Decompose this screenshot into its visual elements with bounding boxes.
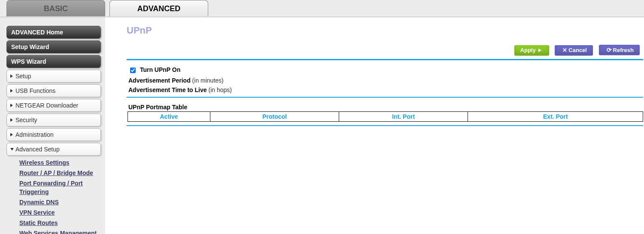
refresh-button[interactable]: ⟳ Refresh <box>599 45 640 55</box>
subitem-static-routes[interactable]: Static Routes <box>9 218 105 228</box>
sidebar-node-advanced-setup[interactable]: Advanced Setup <box>6 143 101 156</box>
th-active: Active <box>128 111 210 121</box>
adv-period-row: Advertisement Period (in minutes) <box>128 77 644 84</box>
sidebar-wps-wizard[interactable]: WPS Wizard <box>6 55 101 68</box>
table-header-row: Active Protocol Int. Port Ext. Port <box>128 111 643 121</box>
adv-ttl-label: Advertisement Time to Live <box>128 86 207 93</box>
th-intport: Int. Port <box>339 111 468 121</box>
sidebar-node-downloader[interactable]: NETGEAR Downloader <box>6 99 101 112</box>
apply-label: Apply <box>520 47 536 53</box>
subitem-wireless-settings[interactable]: Wireless Settings <box>9 157 105 168</box>
top-tabs: BASIC ADVANCED <box>0 0 644 17</box>
play-icon <box>538 49 541 52</box>
sidebar-node-admin[interactable]: Administration <box>6 128 101 141</box>
tab-advanced[interactable]: ADVANCED <box>109 0 208 16</box>
cancel-button[interactable]: ✕ Cancel <box>555 45 593 55</box>
portmap-table: Active Protocol Int. Port Ext. Port <box>128 111 643 122</box>
content: UPnP Apply ✕ Cancel ⟳ Refresh Turn UPnP … <box>105 17 644 132</box>
divider <box>127 97 643 98</box>
subitem-web-services[interactable]: Web Services Management <box>9 228 105 234</box>
subitem-router-mode[interactable]: Router / AP / Bridge Mode <box>9 168 105 178</box>
portmap-title: UPnP Portmap Table <box>128 104 644 111</box>
tab-basic[interactable]: BASIC <box>6 0 105 16</box>
subitem-vpn[interactable]: VPN Service <box>9 207 105 218</box>
adv-ttl-row: Advertisement Time to Live (in hops) <box>128 86 644 93</box>
adv-ttl-hint: (in hops) <box>208 86 231 93</box>
sidebar: ADVANCED Home Setup Wizard WPS Wizard Se… <box>0 17 105 234</box>
adv-period-hint: (in minutes) <box>192 77 224 84</box>
action-row: Apply ✕ Cancel ⟳ Refresh <box>127 45 644 59</box>
apply-button[interactable]: Apply <box>514 45 549 55</box>
upnp-on-checkbox[interactable] <box>130 68 136 73</box>
refresh-icon: ⟳ <box>607 47 612 53</box>
subitem-port-forwarding[interactable]: Port Forwarding / Port Triggering <box>9 178 91 197</box>
sidebar-node-usb[interactable]: USB Functions <box>6 84 101 97</box>
page-title: UPnP <box>127 25 644 36</box>
refresh-label: Refresh <box>613 47 634 53</box>
upnp-on-label: Turn UPnP On <box>140 66 180 73</box>
subitem-ddns[interactable]: Dynamic DNS <box>9 197 105 207</box>
divider <box>127 59 643 60</box>
sidebar-node-setup[interactable]: Setup <box>6 70 101 83</box>
th-protocol: Protocol <box>210 111 339 121</box>
sidebar-setup-wizard[interactable]: Setup Wizard <box>6 40 101 53</box>
adv-period-label: Advertisement Period <box>128 77 191 84</box>
close-icon: ✕ <box>562 47 567 53</box>
sidebar-advanced-home[interactable]: ADVANCED Home <box>6 26 101 39</box>
upnp-on-row: Turn UPnP On <box>128 66 644 74</box>
th-extport: Ext. Port <box>468 111 643 121</box>
divider <box>127 125 643 126</box>
sidebar-node-security[interactable]: Security <box>6 114 101 126</box>
advanced-setup-submenu: Wireless Settings Router / AP / Bridge M… <box>9 157 105 234</box>
cancel-label: Cancel <box>568 47 587 53</box>
